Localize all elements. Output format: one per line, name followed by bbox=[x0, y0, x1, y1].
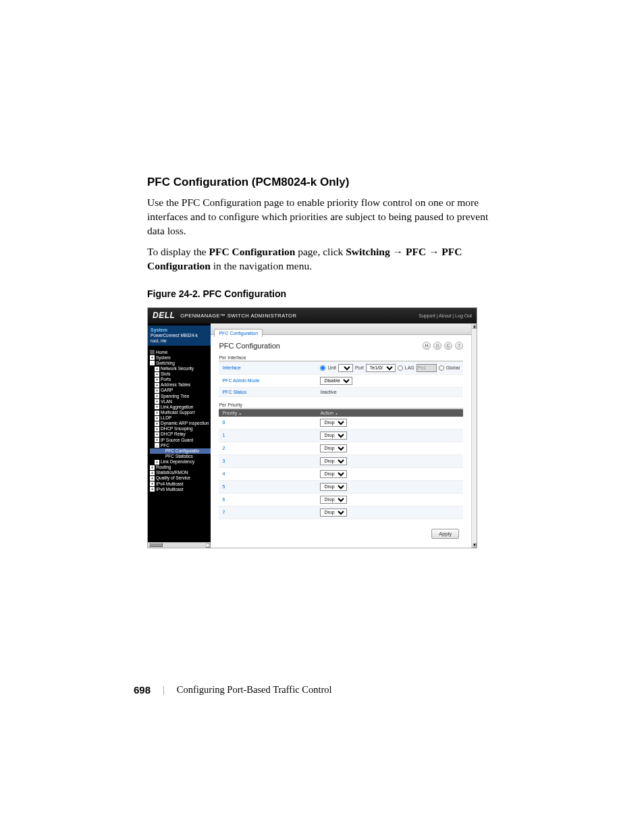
nav-item[interactable]: +GARP bbox=[150, 388, 211, 393]
nav-item[interactable]: +Ports bbox=[150, 377, 211, 382]
field-label: PFC Admin Mode bbox=[222, 378, 320, 383]
nav-tree: Home+System-Switching+Network Security+S… bbox=[148, 346, 211, 492]
expand-icon[interactable]: + bbox=[150, 487, 155, 492]
action-select[interactable]: Drop bbox=[320, 496, 347, 504]
expand-icon[interactable]: + bbox=[155, 427, 159, 432]
priority-value: 1 bbox=[222, 433, 320, 438]
port-label: Port bbox=[355, 365, 364, 370]
expand-icon[interactable]: + bbox=[155, 405, 159, 409]
expand-icon[interactable]: + bbox=[150, 481, 155, 486]
user-role: root, r/w bbox=[151, 338, 208, 344]
expand-icon[interactable]: + bbox=[150, 476, 155, 481]
main-vertical-scrollbar[interactable]: ▲ ▼ bbox=[471, 323, 477, 548]
expand-icon[interactable]: + bbox=[155, 394, 159, 398]
expand-icon[interactable]: + bbox=[155, 460, 159, 465]
expand-icon[interactable]: + bbox=[155, 388, 159, 393]
sort-icon[interactable]: ▲ bbox=[238, 411, 242, 415]
priority-table-header: Priority ▲ Action ▲ bbox=[219, 409, 463, 417]
scroll-down-icon[interactable]: ▼ bbox=[472, 542, 477, 548]
expand-icon[interactable]: + bbox=[155, 399, 159, 404]
unit-radio[interactable] bbox=[320, 365, 325, 371]
global-radio[interactable] bbox=[439, 365, 444, 371]
apply-button[interactable]: Apply bbox=[431, 529, 459, 539]
nav-item[interactable]: +Quality of Service bbox=[150, 475, 211, 481]
priority-row: 4Drop bbox=[219, 468, 463, 481]
nav-item[interactable]: +Dynamic ARP Inspection bbox=[150, 421, 211, 426]
expand-icon[interactable]: + bbox=[155, 377, 159, 382]
action-select[interactable]: Drop bbox=[320, 457, 347, 465]
expand-icon[interactable]: + bbox=[150, 465, 155, 470]
action-select[interactable]: Drop bbox=[320, 509, 347, 517]
expand-icon[interactable]: + bbox=[150, 471, 155, 475]
nav-item[interactable]: +Statistics/RMON bbox=[150, 470, 211, 475]
priority-value: 6 bbox=[222, 497, 320, 502]
expand-icon[interactable]: + bbox=[155, 438, 159, 442]
priority-value: 2 bbox=[222, 446, 320, 450]
priority-row: 1Drop bbox=[219, 429, 463, 442]
expand-icon[interactable]: + bbox=[155, 411, 159, 415]
expand-icon[interactable]: + bbox=[155, 383, 159, 388]
nav-item[interactable]: +IPv6 Multicast bbox=[150, 487, 211, 492]
lag-label: LAG bbox=[405, 365, 414, 370]
nav-item-label: Dynamic ARP Inspection bbox=[161, 421, 209, 426]
nav-item[interactable]: +Routing bbox=[150, 465, 211, 470]
system-box: System PowerConnect M8024-k root, r/w bbox=[148, 325, 211, 346]
nav-item[interactable]: +Link Aggregation bbox=[150, 405, 211, 410]
nav-item[interactable]: +VLAN bbox=[150, 399, 211, 405]
admin-mode-select[interactable]: Disable bbox=[320, 377, 352, 385]
nav-item[interactable]: -PFC bbox=[150, 443, 211, 448]
action-select[interactable]: Drop bbox=[320, 483, 347, 491]
help-icon[interactable]: ? bbox=[455, 342, 463, 350]
text-bold: PFC bbox=[406, 246, 426, 257]
nav-item[interactable]: PFC Configuratio bbox=[150, 448, 211, 454]
nav-item[interactable]: -Switching bbox=[150, 361, 211, 366]
unit-select[interactable]: 1 bbox=[338, 364, 353, 372]
print-icon[interactable]: ⎙ bbox=[433, 342, 441, 350]
nav-item[interactable]: +Slots bbox=[150, 371, 211, 377]
nav-item[interactable]: +Address Tables bbox=[150, 382, 211, 388]
save-icon[interactable]: H bbox=[423, 342, 431, 350]
expand-icon[interactable]: + bbox=[155, 367, 159, 371]
collapse-icon[interactable]: - bbox=[155, 443, 159, 448]
nav-item[interactable]: +DHCP Relay bbox=[150, 432, 211, 437]
collapse-icon[interactable]: - bbox=[150, 361, 155, 365]
action-select[interactable]: Drop bbox=[320, 444, 347, 452]
action-select[interactable]: Drop bbox=[320, 419, 347, 427]
expand-icon[interactable]: + bbox=[155, 421, 159, 426]
sort-icon[interactable]: ▲ bbox=[335, 411, 338, 415]
nav-item-label: Ports bbox=[161, 377, 171, 382]
expand-icon[interactable]: + bbox=[155, 372, 159, 377]
col-action[interactable]: Action bbox=[320, 411, 333, 415]
expand-icon[interactable]: + bbox=[150, 355, 155, 360]
nav-item-label: Network Security bbox=[161, 366, 194, 371]
refresh-icon[interactable]: C bbox=[444, 342, 452, 350]
sidebar-horizontal-scrollbar[interactable]: ▶ bbox=[148, 542, 211, 548]
nav-item[interactable]: PFC Statistics bbox=[150, 454, 211, 459]
nav-item-label: VLAN bbox=[161, 399, 172, 405]
arrow-icon: → bbox=[393, 246, 404, 257]
field-label: Interface bbox=[222, 365, 320, 370]
action-select[interactable]: Drop bbox=[320, 470, 347, 478]
text-fragment: To display the bbox=[147, 246, 209, 257]
nav-item[interactable]: +LLDP bbox=[150, 415, 211, 421]
nav-item[interactable]: +IPv4 Multicast bbox=[150, 481, 211, 487]
nav-item[interactable]: +DHCP Snooping bbox=[150, 426, 211, 432]
nav-item[interactable]: Home bbox=[150, 350, 211, 355]
nav-item[interactable]: +System bbox=[150, 355, 211, 361]
lag-radio[interactable] bbox=[398, 365, 403, 371]
nav-item[interactable]: +Multicast Support bbox=[150, 410, 211, 415]
scroll-up-icon[interactable]: ▲ bbox=[472, 323, 477, 329]
header-links[interactable]: Support | About | Log Out bbox=[419, 313, 472, 318]
action-select[interactable]: Drop bbox=[320, 432, 347, 440]
col-priority[interactable]: Priority bbox=[222, 411, 237, 415]
nav-item[interactable]: +Link Dependency bbox=[150, 459, 211, 465]
body-paragraph-2: To display the PFC Configuration page, c… bbox=[147, 245, 497, 273]
scroll-right-icon[interactable]: ▶ bbox=[205, 542, 211, 548]
nav-item[interactable]: +Network Security bbox=[150, 366, 211, 371]
scrollbar-thumb[interactable] bbox=[149, 543, 163, 547]
nav-item[interactable]: +IP Source Guard bbox=[150, 438, 211, 443]
expand-icon[interactable]: + bbox=[155, 432, 159, 437]
expand-icon[interactable]: + bbox=[155, 416, 159, 421]
port-select[interactable]: Te1/0/1 bbox=[366, 364, 396, 372]
nav-item[interactable]: +Spanning Tree bbox=[150, 394, 211, 399]
